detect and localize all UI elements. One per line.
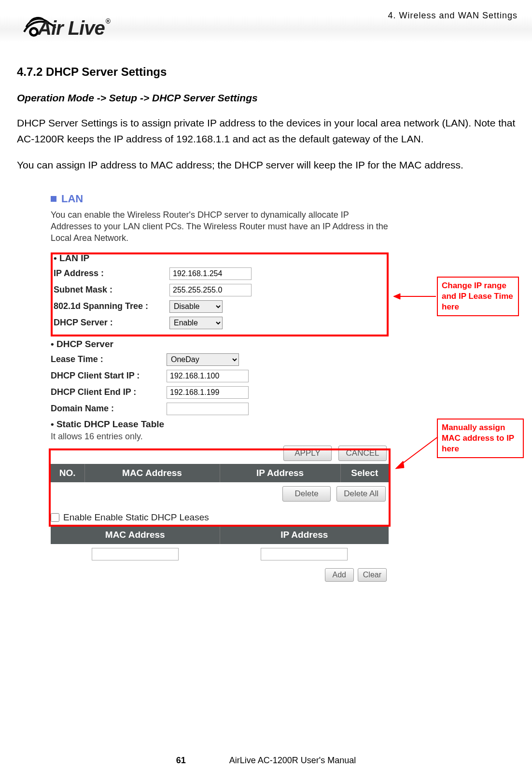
col-ip2: IP Address [220,526,389,544]
ip-address-input[interactable] [169,267,252,280]
delete-button[interactable]: Delete [282,486,331,502]
clear-button[interactable]: Clear [358,568,387,582]
page-number: 61 [176,755,186,766]
cancel-button[interactable]: CANCEL [338,446,387,461]
table-row [51,544,389,564]
arrow-icon [393,433,439,472]
client-end-ip-label: DHCP Client End IP : [51,387,167,397]
mac-input[interactable] [92,548,179,560]
brand-logo: Air Live® [10,3,118,46]
svg-marker-3 [393,294,400,299]
col-ip: IP Address [220,464,340,482]
svg-marker-5 [395,461,404,469]
col-mac: MAC Address [84,464,220,482]
dhcp-server-header: DHCP Server [51,337,389,351]
spanning-tree-label: 802.1d Spanning Tree : [54,301,169,311]
subnet-mask-label: Subnet Mask : [54,285,169,295]
col-mac2: MAC Address [51,526,220,544]
dhcp-server-select[interactable]: Enable [169,317,223,329]
dhcp-server-label: DHCP Server : [54,318,169,328]
static-lease-header: Static DHCP Lease Table [51,417,389,432]
lease-time-label: Lease Time : [51,354,167,364]
breadcrumb-path: Operation Mode -> Setup -> DHCP Server S… [17,92,525,104]
svg-point-1 [31,29,36,34]
lease-time-select[interactable]: OneDay [167,353,239,366]
enable-static-label: Enable Enable Static DHCP Leases [63,512,209,523]
svg-line-4 [399,437,438,466]
add-button[interactable]: Add [325,568,354,582]
lan-settings-panel: LAN You can enable the Wireless Router's… [51,193,514,666]
col-no: NO. [51,464,84,482]
delete-all-button[interactable]: Delete All [336,486,386,502]
static-lease-note: It allows 16 entries only. [51,432,389,442]
lan-header-text: LAN [61,193,83,205]
client-end-ip-input[interactable] [167,386,249,399]
manual-title: AirLive AC-1200R User's Manual [229,755,356,766]
ip-input[interactable] [261,548,348,560]
paragraph-2: You can assign IP address to MAC address… [17,157,525,173]
subnet-mask-input[interactable] [169,284,252,296]
bullet-icon [51,196,56,202]
arrow-icon [393,292,437,301]
domain-name-input[interactable] [167,403,249,415]
ip-address-label: IP Address : [54,268,169,279]
client-start-ip-label: DHCP Client Start IP : [51,371,167,381]
lan-section-header: LAN [51,193,389,205]
col-select: Select [340,464,389,482]
spanning-tree-select[interactable]: Disable [169,300,223,313]
enable-static-checkbox[interactable] [51,513,59,522]
page-content: 4.7.2 DHCP Server Settings Operation Mod… [17,65,525,666]
callout-ip-range: Change IP range and IP Lease Time here [437,277,519,316]
chapter-label: 4. Wireless and WAN Settings [388,11,518,21]
add-lease-table: MAC Address IP Address [51,526,389,564]
client-start-ip-input[interactable] [167,370,249,382]
logo-text: Air Live® [38,17,110,39]
callout-mac-assign: Manually assign MAC address to IP here [437,419,524,458]
apply-button[interactable]: APPLY [283,446,332,461]
section-title: 4.7.2 DHCP Server Settings [17,65,525,79]
paragraph-1: DHCP Server Settings is to assign privat… [17,115,525,147]
domain-name-label: Domain Name : [51,404,167,414]
static-lease-table: NO. MAC Address IP Address Select [51,464,389,482]
lan-intro-text: You can enable the Wireless Router's DHC… [51,209,389,244]
lan-ip-header: LAN IP [54,251,386,266]
page-footer: 61 AirLive AC-1200R User's Manual [0,755,532,766]
